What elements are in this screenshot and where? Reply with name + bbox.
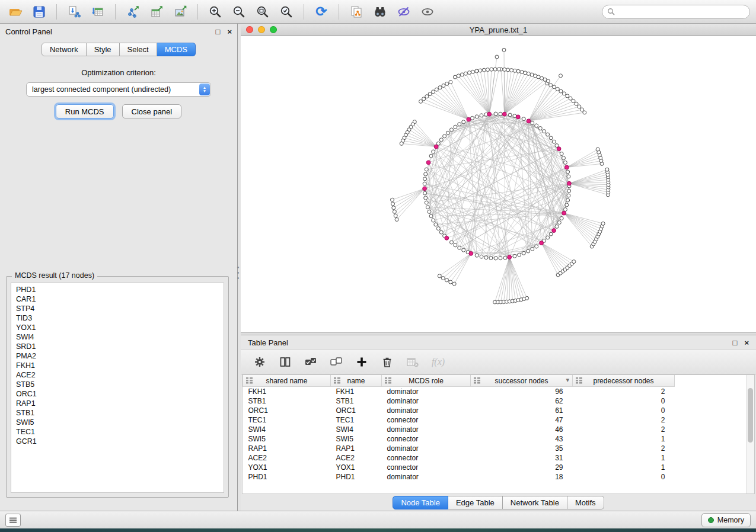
- network-hub-node[interactable]: [516, 115, 520, 119]
- table-cell[interactable]: 18: [471, 472, 573, 482]
- network-node[interactable]: [425, 201, 428, 204]
- network-node[interactable]: [538, 127, 542, 130]
- table-cell[interactable]: dominator: [382, 406, 471, 415]
- tab-select[interactable]: Select: [120, 43, 157, 56]
- network-node[interactable]: [462, 120, 465, 124]
- show-graphics-details-icon[interactable]: [418, 3, 437, 21]
- network-node[interactable]: [393, 210, 396, 213]
- save-icon[interactable]: [30, 3, 49, 21]
- column-header-successor-nodes[interactable]: successor nodes▾: [471, 375, 573, 387]
- network-node[interactable]: [426, 206, 429, 209]
- add-row-icon[interactable]: [355, 355, 369, 369]
- table-cell[interactable]: dominator: [382, 396, 471, 406]
- delete-row-icon[interactable]: [380, 355, 394, 369]
- network-node[interactable]: [432, 150, 435, 153]
- network-node[interactable]: [475, 254, 479, 257]
- network-node[interactable]: [601, 222, 605, 225]
- network-hub-node[interactable]: [434, 145, 438, 149]
- zoom-in-icon[interactable]: [206, 3, 225, 21]
- table-cell[interactable]: 31: [471, 453, 573, 463]
- network-node[interactable]: [510, 69, 513, 72]
- network-node[interactable]: [567, 175, 570, 178]
- network-hub-node[interactable]: [527, 119, 531, 123]
- table-scrollbar-thumb[interactable]: [748, 388, 753, 443]
- network-node[interactable]: [424, 196, 428, 200]
- network-node[interactable]: [423, 182, 426, 185]
- network-node[interactable]: [560, 217, 563, 220]
- mcds-result-item[interactable]: PMA2: [11, 351, 224, 361]
- network-node[interactable]: [471, 116, 474, 120]
- network-node[interactable]: [438, 274, 441, 278]
- table-cell[interactable]: dominator: [382, 387, 471, 397]
- network-node[interactable]: [565, 203, 569, 207]
- network-node[interactable]: [475, 115, 479, 118]
- close-table-panel-icon[interactable]: ×: [744, 339, 749, 347]
- network-fan-edges[interactable]: [393, 50, 609, 302]
- tab-network-table[interactable]: Network Table: [503, 496, 567, 509]
- close-window-icon[interactable]: [246, 26, 253, 33]
- network-nodes[interactable]: [391, 48, 611, 304]
- network-node[interactable]: [462, 248, 465, 252]
- table-cell[interactable]: TEC1: [243, 415, 331, 425]
- table-cell[interactable]: RAP1: [243, 444, 331, 453]
- table-row[interactable]: SWI5SWI5connector431: [243, 434, 675, 444]
- network-hub-node[interactable]: [487, 112, 492, 116]
- network-node[interactable]: [391, 198, 394, 201]
- table-row[interactable]: PHD1PHD1dominator180: [243, 472, 675, 482]
- mcds-result-item[interactable]: SRD1: [11, 342, 224, 351]
- network-node[interactable]: [562, 92, 566, 95]
- network-node[interactable]: [502, 48, 506, 52]
- tab-node-table[interactable]: Node Table: [393, 496, 448, 509]
- table-cell[interactable]: 0: [573, 406, 675, 415]
- zoom-out-icon[interactable]: [229, 3, 248, 21]
- table-cell[interactable]: 46: [471, 425, 573, 434]
- network-hub-node[interactable]: [564, 165, 569, 169]
- network-node[interactable]: [429, 214, 433, 218]
- network-node[interactable]: [457, 74, 460, 78]
- zoom-selected-icon[interactable]: [277, 3, 296, 21]
- network-node[interactable]: [434, 223, 438, 226]
- network-node[interactable]: [525, 296, 529, 300]
- network-node[interactable]: [527, 249, 530, 253]
- network-node[interactable]: [391, 202, 395, 206]
- table-row[interactable]: ACE2ACE2connector311: [243, 453, 675, 463]
- network-node[interactable]: [400, 142, 403, 145]
- network-node[interactable]: [499, 112, 502, 116]
- table-cell[interactable]: STB1: [243, 396, 331, 406]
- network-hub-node[interactable]: [567, 181, 572, 185]
- network-node[interactable]: [530, 73, 534, 76]
- import-network-icon[interactable]: [65, 3, 84, 21]
- open-file-icon[interactable]: [6, 3, 25, 21]
- table-cell[interactable]: ORC1: [331, 406, 382, 415]
- table-cell[interactable]: 1: [573, 463, 675, 472]
- mcds-result-item[interactable]: PHD1: [11, 285, 224, 294]
- network-node[interactable]: [445, 82, 449, 85]
- tab-network[interactable]: Network: [42, 43, 87, 56]
- network-node[interactable]: [484, 256, 488, 259]
- network-node[interactable]: [458, 123, 461, 126]
- network-node[interactable]: [559, 89, 563, 93]
- status-menu-icon[interactable]: [5, 514, 21, 527]
- network-node[interactable]: [580, 108, 583, 111]
- network-node[interactable]: [429, 154, 433, 158]
- table-cell[interactable]: SWI5: [331, 434, 382, 444]
- mcds-result-item[interactable]: GCR1: [11, 437, 224, 446]
- column-header-shared-name[interactable]: shared name: [243, 375, 331, 387]
- network-node[interactable]: [520, 70, 524, 74]
- network-node[interactable]: [452, 282, 456, 286]
- float-panel-icon[interactable]: □: [216, 28, 221, 36]
- table-cell[interactable]: 96: [471, 387, 573, 397]
- table-cell[interactable]: dominator: [382, 444, 471, 453]
- network-hub-node[interactable]: [557, 147, 561, 151]
- network-hub-node[interactable]: [445, 236, 449, 240]
- network-node[interactable]: [503, 256, 507, 259]
- mcds-result-item[interactable]: ORC1: [11, 389, 224, 399]
- mcds-result-list[interactable]: PHD1CAR1STP4TID3YOX1SWI4SRD1PMA2FKH1ACE2…: [11, 283, 224, 493]
- table-cell[interactable]: PHD1: [243, 472, 331, 482]
- network-node[interactable]: [546, 133, 550, 136]
- table-cell[interactable]: connector: [382, 453, 471, 463]
- mcds-result-item[interactable]: YOX1: [11, 323, 224, 332]
- network-node[interactable]: [424, 172, 428, 176]
- table-cell[interactable]: 0: [573, 472, 675, 482]
- share-network-icon[interactable]: [347, 3, 366, 21]
